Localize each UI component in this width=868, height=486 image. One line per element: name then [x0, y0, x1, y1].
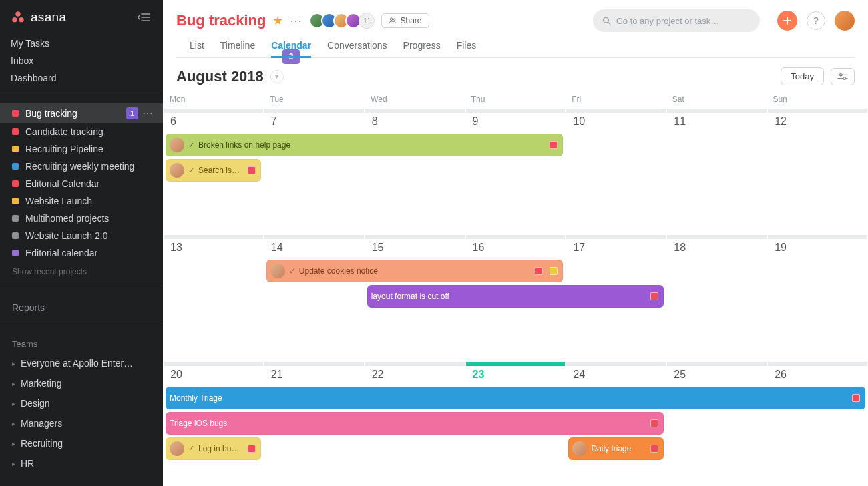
project-name: Bug tracking: [25, 108, 122, 119]
nav-inbox[interactable]: Inbox: [0, 52, 163, 69]
team-row[interactable]: ▸Design: [0, 393, 163, 413]
calendar-task[interactable]: ✓Update cookies notice: [266, 260, 564, 282]
team-row[interactable]: ▸HR: [0, 453, 163, 473]
day-number: 6: [170, 115, 176, 128]
tab-files[interactable]: Files: [457, 40, 477, 57]
day-number: 16: [473, 242, 485, 254]
calendar-day[interactable]: 26: [768, 362, 867, 485]
me-avatar[interactable]: [835, 11, 855, 31]
team-name: Everyone at Apollo Enter…: [21, 358, 133, 369]
star-icon[interactable]: ★: [272, 13, 283, 28]
check-icon: ✓: [289, 267, 295, 276]
calendar-task[interactable]: ✓Log in button…: [166, 437, 261, 460]
calendar-day[interactable]: 19: [768, 235, 867, 358]
more-menu-button[interactable]: ⋯: [290, 13, 302, 28]
nav-reports[interactable]: Reports: [0, 290, 163, 320]
help-button[interactable]: ?: [807, 11, 825, 30]
calendar-day[interactable]: 13: [164, 235, 263, 358]
calendar-task[interactable]: Monthly Triage: [166, 387, 865, 409]
dow-label: Wed: [364, 92, 465, 108]
month-bar: August 2018 ▾ Today: [163, 58, 868, 92]
share-button[interactable]: Share: [381, 13, 429, 28]
tab-calendar[interactable]: Calendar 2: [271, 40, 311, 57]
divider: [0, 95, 163, 95]
calendar-task[interactable]: Triage iOS bugs: [166, 412, 664, 435]
nav-dashboard[interactable]: Dashboard: [0, 69, 163, 87]
sidebar-project[interactable]: Website Launch: [0, 192, 163, 210]
search-box[interactable]: [593, 9, 760, 32]
day-number: 15: [372, 242, 384, 254]
month-picker-button[interactable]: ▾: [270, 70, 284, 83]
sidebar-project[interactable]: Website Launch 2.0: [0, 227, 163, 244]
search-icon: [602, 16, 611, 25]
calendar-task[interactable]: layout format is cut off: [367, 285, 664, 308]
add-button[interactable]: [777, 11, 797, 31]
task-label: Search is not…: [198, 166, 241, 175]
team-row[interactable]: ▸Recruiting: [0, 433, 163, 453]
calendar: MonTueWedThuFriSatSun 6789101112✓Broken …: [163, 92, 868, 486]
day-number: 13: [170, 242, 182, 254]
calendar-settings-button[interactable]: [831, 68, 855, 85]
search-input[interactable]: [616, 16, 750, 26]
sidebar-project[interactable]: Bug tracking1⋯: [0, 103, 163, 123]
task-tag: [650, 419, 658, 427]
sidebar-project[interactable]: Multihomed projects: [0, 210, 163, 227]
team-row[interactable]: ▸Everyone at Apollo Enter…: [0, 353, 163, 373]
team-row[interactable]: ▸Managers: [0, 413, 163, 433]
svg-point-1: [12, 17, 17, 22]
day-number: 22: [372, 369, 384, 381]
nav-my-tasks[interactable]: My Tasks: [0, 35, 163, 52]
project-name: Recruiting Pipeline: [25, 144, 154, 154]
project-color-dot: [12, 163, 19, 170]
calendar-day[interactable]: 10: [566, 109, 666, 232]
calendar-day[interactable]: 25: [667, 362, 767, 485]
calendar-day[interactable]: 9: [466, 109, 566, 232]
calendar-day[interactable]: 8: [365, 109, 465, 232]
project-name: Multihomed projects: [25, 213, 154, 224]
assignee-avatar: [170, 441, 184, 456]
project-list: Bug tracking1⋯Candidate trackingRecruiti…: [0, 99, 163, 262]
sidebar-project[interactable]: Candidate tracking: [0, 123, 163, 140]
plus-icon: [783, 16, 792, 25]
calendar-task[interactable]: Daily triage: [568, 437, 664, 460]
sidebar-project[interactable]: Editorial Calendar: [0, 175, 163, 192]
task-tag: [248, 166, 256, 174]
sliders-icon: [837, 72, 848, 81]
tab-conversations[interactable]: Conversations: [327, 40, 387, 57]
assignee-avatar: [170, 163, 184, 178]
project-menu-button[interactable]: ⋯: [142, 107, 154, 119]
brand[interactable]: asana: [11, 10, 66, 25]
page-title: Bug tracking: [176, 12, 266, 29]
tab-progress[interactable]: Progress: [403, 40, 441, 57]
people-icon: [389, 17, 397, 25]
calendar-day[interactable]: 7: [264, 109, 364, 232]
calendar-day[interactable]: 11: [667, 109, 767, 232]
day-number: 19: [775, 242, 787, 254]
tab-timeline[interactable]: Timeline: [220, 40, 255, 57]
task-tag: [550, 141, 558, 149]
member-overflow[interactable]: 11: [359, 13, 375, 29]
sidebar-project[interactable]: Recruiting weekly meeting: [0, 158, 163, 175]
calendar-day[interactable]: 18: [667, 235, 767, 358]
project-members[interactable]: 11: [313, 13, 375, 29]
task-tag: [650, 445, 658, 453]
calendar-day[interactable]: 12: [768, 109, 867, 232]
project-name: Website Launch 2.0: [25, 230, 154, 241]
calendar-week: 13141516171819✓Update cookies noticelayo…: [163, 234, 868, 359]
task-label: Monthly Triage: [170, 393, 845, 403]
sidebar-project[interactable]: Recruiting Pipeline: [0, 140, 163, 158]
main: Bug tracking ★ ⋯ 11 Share: [163, 0, 868, 486]
collapse-sidebar-button[interactable]: [136, 9, 152, 25]
calendar-task[interactable]: ✓Broken links on help page: [166, 134, 563, 156]
team-name: Managers: [21, 418, 62, 429]
calendar-task[interactable]: ✓Search is not…: [166, 159, 261, 182]
teams-header: Teams: [0, 328, 163, 353]
team-row[interactable]: ▸Marketing: [0, 373, 163, 393]
tab-list[interactable]: List: [190, 40, 204, 57]
calendar-day[interactable]: 14: [264, 235, 364, 358]
show-recent-projects[interactable]: Show recent projects: [0, 262, 163, 282]
today-button[interactable]: Today: [781, 67, 824, 85]
day-number: 14: [271, 242, 283, 254]
sidebar-project[interactable]: Editorial calendar: [0, 244, 163, 262]
project-color-dot: [12, 128, 19, 135]
